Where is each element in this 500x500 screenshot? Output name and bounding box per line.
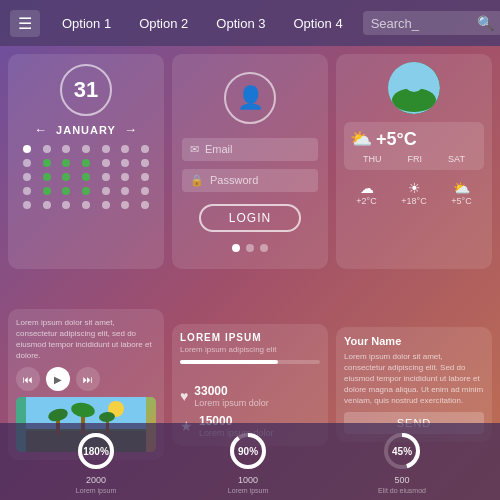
cal-dot <box>23 201 31 209</box>
donut-90: 90% <box>226 429 270 473</box>
stat-label-3: 45% <box>380 429 424 473</box>
forecast-thu: ☁ +2°C <box>356 180 376 206</box>
donut-180: 180% <box>74 429 118 473</box>
player-controls: ⏮ ▶ ⏭ <box>16 367 100 391</box>
day-sat: SAT <box>448 154 465 164</box>
sun-icon-fri: ☀ <box>401 180 426 196</box>
cal-dot <box>43 145 51 153</box>
svg-point-2 <box>404 72 424 92</box>
cal-dot <box>102 159 110 167</box>
cal-dot <box>82 187 90 195</box>
prev-month-arrow[interactable]: ← <box>34 122 48 137</box>
cal-dot <box>121 159 129 167</box>
cal-dot <box>43 201 51 209</box>
stat-num-2: 1000 <box>238 475 258 485</box>
weather-forecast: ☁ +2°C ☀ +18°C ⛅ +5°C <box>344 180 484 206</box>
cal-dot <box>23 187 31 195</box>
dot-2 <box>246 244 254 252</box>
login-card: 👤 ✉ Email 🔒 Password LOGIN <box>172 54 328 269</box>
cal-dot <box>43 187 51 195</box>
next-button[interactable]: ⏭ <box>76 367 100 391</box>
dot-3 <box>260 244 268 252</box>
cal-dot <box>82 145 90 153</box>
cal-dot <box>121 173 129 181</box>
navbar: ☰ Option 1 Option 2 Option 3 Option 4 🔍 <box>0 0 500 46</box>
cal-dot <box>43 173 51 181</box>
cal-dot <box>141 159 149 167</box>
nav-item-option1[interactable]: Option 1 <box>50 10 123 37</box>
cal-dot <box>62 159 70 167</box>
stat-label-2: 90% <box>226 429 270 473</box>
heart-count: 33000 <box>194 384 269 398</box>
cal-dot <box>141 187 149 195</box>
lorem-subtitle: Lorem ipsum adipiscing elit <box>180 345 320 354</box>
prev-button[interactable]: ⏮ <box>16 367 40 391</box>
stat-item-3: 45% 500 Elit do eiusmod <box>378 429 426 494</box>
login-button[interactable]: LOGIN <box>199 204 301 232</box>
weather-info: ⛅ +5°C THU FRI SAT <box>344 122 484 170</box>
contact-body: Lorem ipsum dolor sit amet, consectetur … <box>344 351 484 407</box>
day-thu: THU <box>363 154 382 164</box>
cal-dot <box>62 201 70 209</box>
cal-dot <box>62 145 70 153</box>
menu-button[interactable]: ☰ <box>10 10 40 37</box>
lock-icon: 🔒 <box>190 174 204 187</box>
cal-dot <box>82 159 90 167</box>
nav-item-option4[interactable]: Option 4 <box>281 10 354 37</box>
cal-dot <box>62 173 70 181</box>
cal-dot <box>141 201 149 209</box>
cal-dot <box>121 201 129 209</box>
search-bar: 🔍 <box>363 11 500 35</box>
hamburger-icon: ☰ <box>18 15 32 32</box>
stat-num-3: 500 <box>395 475 410 485</box>
user-icon: 👤 <box>237 85 264 111</box>
search-icon[interactable]: 🔍 <box>477 15 494 31</box>
password-field[interactable]: 🔒 Password <box>182 169 318 192</box>
cal-dot <box>121 145 129 153</box>
cal-dot <box>102 145 110 153</box>
cal-dot <box>121 187 129 195</box>
cal-dot <box>62 187 70 195</box>
cloud-icon-thu: ☁ <box>356 180 376 196</box>
calendar-grid <box>18 143 154 211</box>
weather-days: THU FRI SAT <box>350 154 478 164</box>
calendar-card: 31 ← JANUARY → <box>8 54 164 269</box>
stat-label-1: 180% <box>74 429 118 473</box>
cal-dot <box>102 201 110 209</box>
login-dots <box>232 244 268 252</box>
calendar-month-label: JANUARY <box>56 124 116 136</box>
stats-bar: 180% 2000 Lorem ipsum 90% 1000 Lorem ips… <box>0 423 500 500</box>
stat-item-2: 90% 1000 Lorem ipsum <box>226 429 270 494</box>
dot-1 <box>232 244 240 252</box>
heart-icon: ♥ <box>180 388 188 404</box>
weather-temp: ⛅ +5°C <box>350 128 478 150</box>
cal-dot <box>23 173 31 181</box>
nav-item-option3[interactable]: Option 3 <box>204 10 277 37</box>
cloud-icon-sat: ⛅ <box>451 180 471 196</box>
password-label: Password <box>210 174 258 186</box>
stat-desc-1: Lorem ipsum <box>76 487 116 494</box>
cal-dot <box>102 173 110 181</box>
temp-sat: +5°C <box>451 196 471 206</box>
email-field[interactable]: ✉ Email <box>182 138 318 161</box>
donut-45: 45% <box>380 429 424 473</box>
forecast-fri: ☀ +18°C <box>401 180 426 206</box>
day-fri: FRI <box>408 154 423 164</box>
next-month-arrow[interactable]: → <box>124 122 138 137</box>
temp-thu: +2°C <box>356 196 376 206</box>
calendar-date: 31 <box>60 64 112 116</box>
stat-item-1: 180% 2000 Lorem ipsum <box>74 429 118 494</box>
play-button[interactable]: ▶ <box>46 367 70 391</box>
progress-fill <box>180 360 278 364</box>
nav-item-option2[interactable]: Option 2 <box>127 10 200 37</box>
email-icon: ✉ <box>190 143 199 156</box>
cal-dot <box>141 145 149 153</box>
cloud-sun-icon: ⛅ <box>350 128 372 150</box>
lorem-title: LOREM IPSUM <box>180 332 320 343</box>
contact-name-title: Your Name <box>344 335 401 347</box>
heart-item: ♥ 33000 Lorem ipsum dolor <box>180 384 320 408</box>
search-input[interactable] <box>371 16 471 31</box>
cal-dot <box>82 201 90 209</box>
player-text: Lorem ipsum dolor sit amet, consectetur … <box>16 317 156 362</box>
avatar: 👤 <box>224 72 276 124</box>
